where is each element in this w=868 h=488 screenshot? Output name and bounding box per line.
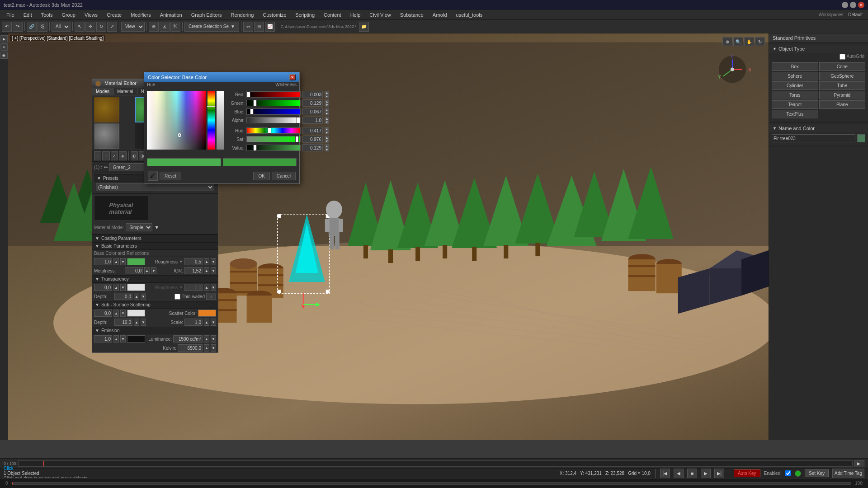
material-mode-select[interactable]: Simple	[126, 223, 152, 231]
blue-spin-up[interactable]: ▲	[325, 108, 329, 112]
pan-btn[interactable]: ✋	[744, 37, 754, 46]
menu-civil-view[interactable]: Civil View	[365, 11, 395, 19]
ior-spinner-up[interactable]: ▲	[204, 267, 209, 274]
emission-color[interactable]	[127, 335, 145, 343]
reset-btn[interactable]: Reset	[160, 172, 181, 180]
name-color-header[interactable]: ▼ Name and Color	[769, 124, 868, 132]
object-name-input[interactable]	[772, 134, 855, 142]
move-btn[interactable]: ✛	[85, 22, 95, 32]
val-value-input[interactable]	[302, 144, 323, 151]
menu-modifiers[interactable]: Modifiers	[126, 11, 156, 19]
scale-input[interactable]	[184, 319, 203, 326]
trans-rough-input[interactable]	[184, 284, 203, 291]
green-spin-down[interactable]: ▼	[325, 103, 329, 107]
undo-btn[interactable]: ↶	[2, 22, 12, 32]
pyramid-btn[interactable]: Pyramid	[819, 91, 866, 99]
sat-spin-up[interactable]: ▲	[325, 136, 329, 139]
emission-input[interactable]	[94, 335, 112, 343]
red-slider[interactable]	[246, 91, 301, 98]
scale-spin-up[interactable]: ▲	[204, 319, 209, 326]
val-slider[interactable]	[246, 145, 301, 151]
mat-assign-btn[interactable]: ✓	[111, 151, 118, 160]
blue-slider[interactable]	[246, 108, 301, 115]
layer-btn[interactable]: 📁	[359, 22, 369, 32]
metal-spinner-down[interactable]: ▼	[151, 267, 156, 274]
green-slider[interactable]	[246, 100, 301, 106]
orbit-btn[interactable]: ↻	[755, 37, 765, 46]
coating-header[interactable]: ▼ Coating Parameters	[92, 235, 218, 242]
menu-arnold[interactable]: Arnold	[428, 11, 452, 19]
em-spin-down[interactable]: ▼	[120, 335, 126, 343]
menu-views[interactable]: Views	[80, 11, 102, 19]
eyedropper-btn[interactable]: 🖉	[148, 171, 158, 181]
color-dialog-close[interactable]: ✕	[289, 74, 296, 80]
hue-saturation-picker[interactable]	[147, 91, 206, 150]
color-dialog-title[interactable]: Color Selector: Base Color ✕	[144, 72, 299, 82]
menu-animation[interactable]: Animation	[156, 11, 187, 19]
box-btn[interactable]: Box	[772, 62, 818, 71]
depth-spin-up[interactable]: ▲	[134, 293, 139, 300]
rotate-btn[interactable]: ↻	[96, 22, 106, 32]
menu-group[interactable]: Group	[57, 11, 80, 19]
luminance-input[interactable]	[173, 335, 203, 343]
metalness-input[interactable]	[125, 267, 143, 274]
close-button[interactable]: ✕	[858, 2, 864, 8]
mat-put-btn[interactable]: ↑	[102, 151, 109, 160]
trough-spin-up[interactable]: ▲	[204, 284, 209, 291]
lum-spin-down[interactable]: ▼	[211, 335, 216, 343]
depth-spin-down[interactable]: ▼	[141, 293, 146, 300]
kelvin-input[interactable]	[178, 344, 203, 352]
scale-btn[interactable]: ⤢	[107, 22, 117, 32]
trough-spin-down[interactable]: ▼	[211, 284, 216, 291]
hue-spin-down[interactable]: ▼	[325, 131, 329, 134]
scatter-color-swatch[interactable]	[198, 310, 216, 317]
play-btn[interactable]: ▶	[701, 469, 711, 479]
timeline-track[interactable]	[18, 460, 853, 467]
sat-value-input[interactable]	[302, 136, 323, 143]
stop-btn[interactable]: ■	[687, 469, 697, 479]
depth-input[interactable]	[114, 293, 132, 300]
curve-editor-btn[interactable]: 📈	[265, 22, 275, 32]
alpha-slider[interactable]	[246, 117, 301, 123]
angle-snap-btn[interactable]: ∡	[160, 22, 170, 32]
tube-btn[interactable]: Tube	[819, 81, 866, 90]
set-key-btn[interactable]: Set Key	[805, 469, 829, 477]
roughness-input[interactable]	[184, 258, 203, 265]
textplus-btn[interactable]: TextPlus	[772, 110, 818, 118]
zoom-btn[interactable]: 🔍	[733, 37, 743, 46]
minimize-button[interactable]: —	[842, 2, 848, 8]
ior-input[interactable]	[184, 267, 203, 274]
sat-spin-down[interactable]: ▼	[325, 139, 329, 143]
left-tool-2[interactable]: ≡	[0, 43, 8, 51]
em-spin-up[interactable]: ▲	[113, 335, 119, 343]
menu-scripting[interactable]: Scripting	[291, 11, 319, 19]
alpha-value-input[interactable]	[302, 117, 323, 124]
rough-spinner-up[interactable]: ▲	[204, 258, 209, 265]
menu-rendering[interactable]: Rendering	[226, 11, 259, 19]
menu-customize[interactable]: Customize	[258, 11, 291, 19]
val-spin-down[interactable]: ▼	[325, 148, 329, 151]
menu-file[interactable]: File	[2, 11, 19, 19]
menu-edit[interactable]: Edit	[19, 11, 37, 19]
left-tool-1[interactable]: ▶	[0, 35, 8, 42]
mat-show-btn[interactable]: ◐	[131, 151, 138, 160]
zoom-extents-btn[interactable]: ⊕	[722, 37, 732, 46]
hue-spin-up[interactable]: ▲	[325, 127, 329, 131]
object-color-swatch[interactable]	[857, 134, 865, 142]
emission-header[interactable]: ▼ Emission	[92, 327, 218, 334]
sdepth-spin-up[interactable]: ▲	[134, 319, 139, 326]
red-value-input[interactable]	[302, 91, 323, 98]
swatch-wood-1[interactable]	[94, 97, 119, 122]
selection-filter[interactable]: All	[52, 22, 71, 32]
trans-info-btn[interactable]: i	[206, 293, 216, 300]
redo-btn[interactable]: ↷	[13, 22, 23, 32]
left-tool-3[interactable]: ◉	[0, 52, 8, 59]
rough-spinner-down[interactable]: ▼	[211, 258, 216, 265]
tab-modes[interactable]: Modes	[92, 88, 113, 95]
play-back-btn[interactable]: ◀	[674, 469, 684, 479]
sat-slider[interactable]	[246, 136, 301, 142]
base-spinner-up[interactable]: ▲	[113, 258, 119, 265]
transparency-color[interactable]	[127, 284, 145, 291]
unlink-btn[interactable]: ⛓	[38, 22, 47, 32]
object-type-header[interactable]: ▼ Object Type	[769, 45, 868, 53]
